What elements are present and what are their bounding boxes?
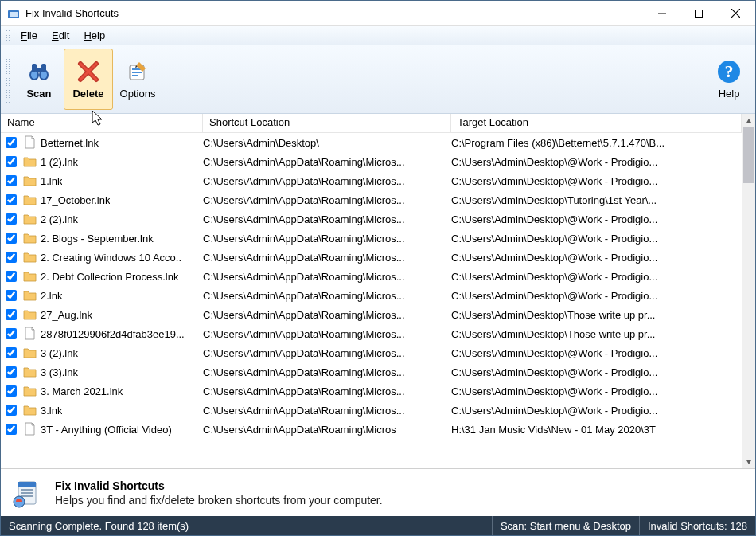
- table-row[interactable]: Betternet.lnkC:\Users\Admin\Desktop\C:\P…: [1, 133, 742, 152]
- column-name[interactable]: Name: [1, 114, 203, 132]
- row-location: C:\Users\Admin\AppData\Roaming\Micros...: [203, 194, 451, 206]
- row-checkbox[interactable]: [6, 385, 17, 397]
- row-target: C:\Users\Admin\Desktop\Tutoring\1st Year…: [451, 194, 737, 206]
- row-name: Betternet.lnk: [41, 137, 99, 149]
- scan-button[interactable]: Scan: [14, 49, 64, 110]
- row-target: C:\Users\Admin\Desktop\@Work - Prodigio.…: [451, 271, 737, 283]
- table-row[interactable]: 3T - Anything (Official Video)C:\Users\A…: [1, 420, 742, 439]
- row-target: C:\Users\Admin\Desktop\Those write up pr…: [451, 328, 737, 340]
- row-location: C:\Users\Admin\AppData\Roaming\Micros: [203, 424, 451, 436]
- help-button[interactable]: ? Help: [707, 49, 750, 110]
- status-invalid-count: Invalid Shortcuts: 128: [639, 516, 755, 535]
- options-button[interactable]: Options: [113, 49, 162, 110]
- status-left: Scanning Complete. Found 128 item(s): [1, 516, 197, 535]
- folder-icon: [23, 250, 37, 264]
- table-row[interactable]: 27_Aug.lnkC:\Users\Admin\AppData\Roaming…: [1, 305, 742, 324]
- row-checkbox[interactable]: [6, 252, 17, 263]
- scroll-up-button[interactable]: [742, 114, 755, 127]
- table-row[interactable]: 1 (2).lnkC:\Users\Admin\AppData\Roaming\…: [1, 152, 742, 171]
- row-location: C:\Users\Admin\AppData\Roaming\Micros...: [203, 156, 451, 168]
- row-checkbox[interactable]: [6, 233, 17, 244]
- row-checkbox[interactable]: [6, 328, 17, 339]
- options-icon: [125, 59, 150, 84]
- row-location: C:\Users\Admin\AppData\Roaming\Micros...: [203, 290, 451, 302]
- row-name: 27_Aug.lnk: [41, 309, 92, 321]
- scroll-down-button[interactable]: [742, 455, 755, 468]
- row-checkbox[interactable]: [6, 405, 17, 416]
- svg-point-8: [31, 71, 37, 79]
- row-checkbox[interactable]: [6, 366, 17, 378]
- menu-help[interactable]: Help: [77, 28, 111, 43]
- scroll-track[interactable]: [742, 127, 755, 455]
- row-name: 2878f0129906f2d4dfab3ee19...: [41, 328, 185, 340]
- row-checkbox[interactable]: [6, 271, 17, 282]
- scan-label: Scan: [26, 88, 51, 100]
- row-checkbox[interactable]: [6, 175, 17, 186]
- folder-icon: [23, 174, 37, 188]
- scroll-thumb[interactable]: [743, 127, 754, 183]
- row-checkbox[interactable]: [6, 347, 17, 358]
- svg-rect-11: [41, 64, 46, 72]
- row-checkbox[interactable]: [6, 213, 17, 225]
- menu-edit[interactable]: Edit: [45, 28, 76, 43]
- close-button[interactable]: [717, 2, 754, 25]
- row-checkbox[interactable]: [6, 194, 17, 205]
- svg-marker-19: [746, 119, 751, 123]
- svg-rect-24: [21, 492, 33, 494]
- table-row[interactable]: 1.lnkC:\Users\Admin\AppData\Roaming\Micr…: [1, 171, 742, 190]
- minimize-button[interactable]: [644, 2, 680, 25]
- row-name: 3T - Anything (Official Video): [41, 424, 172, 436]
- row-target: C:\Users\Admin\Desktop\@Work - Prodigio.…: [451, 366, 737, 378]
- delete-button[interactable]: Delete: [64, 49, 113, 110]
- row-name: 3.lnk: [41, 405, 62, 417]
- row-location: C:\Users\Admin\AppData\Roaming\Micros...: [203, 347, 451, 359]
- svg-rect-3: [696, 10, 703, 17]
- table-row[interactable]: 2. Blogs - September.lnkC:\Users\Admin\A…: [1, 229, 742, 248]
- row-location: C:\Users\Admin\AppData\Roaming\Micros...: [203, 213, 451, 225]
- vertical-scrollbar[interactable]: [742, 114, 755, 468]
- row-target: H:\31 Jan Music Vids\New - 01 May 2020\3…: [451, 424, 737, 436]
- row-location: C:\Users\Admin\AppData\Roaming\Micros...: [203, 405, 451, 417]
- folder-icon: [23, 288, 37, 303]
- table-row[interactable]: 17_October.lnkC:\Users\Admin\AppData\Roa…: [1, 190, 742, 209]
- row-checkbox[interactable]: [6, 309, 17, 320]
- info-title: Fix Invalid Shortcuts: [55, 479, 383, 492]
- row-name: 2. Creating Windows 10 Acco..: [41, 252, 181, 264]
- table-row[interactable]: 2. Creating Windows 10 Acco..C:\Users\Ad…: [1, 248, 742, 267]
- row-target: C:\Users\Admin\Desktop\@Work - Prodigio.…: [451, 405, 737, 417]
- folder-icon: [23, 212, 37, 226]
- folder-icon: [23, 346, 37, 360]
- table-row[interactable]: 2878f0129906f2d4dfab3ee19...C:\Users\Adm…: [1, 324, 742, 343]
- row-checkbox[interactable]: [6, 290, 17, 301]
- row-checkbox[interactable]: [6, 156, 17, 167]
- menu-file[interactable]: File: [14, 28, 44, 43]
- table-row[interactable]: 3 (2).lnkC:\Users\Admin\AppData\Roaming\…: [1, 343, 742, 362]
- column-target[interactable]: Target Location: [451, 114, 742, 132]
- table-row[interactable]: 3 (3).lnkC:\Users\Admin\AppData\Roaming\…: [1, 362, 742, 381]
- app-icon: [7, 7, 20, 20]
- maximize-button[interactable]: [680, 2, 717, 25]
- window-title: Fix Invalid Shortcuts: [25, 7, 119, 19]
- column-location[interactable]: Shortcut Location: [203, 114, 451, 132]
- folder-icon: [23, 384, 37, 398]
- svg-point-9: [41, 71, 47, 79]
- row-name: 1 (2).lnk: [41, 156, 78, 168]
- row-checkbox[interactable]: [6, 137, 17, 148]
- row-name: 3 (3).lnk: [41, 366, 78, 378]
- table-row[interactable]: 2.lnkC:\Users\Admin\AppData\Roaming\Micr…: [1, 286, 742, 305]
- statusbar: Scanning Complete. Found 128 item(s) Sca…: [1, 516, 755, 535]
- row-location: C:\Users\Admin\AppData\Roaming\Micros...: [203, 366, 451, 378]
- svg-rect-23: [21, 489, 33, 491]
- table-row[interactable]: 2. Debt Collection Process.lnkC:\Users\A…: [1, 267, 742, 286]
- row-checkbox[interactable]: [6, 424, 17, 435]
- toolbar: Scan Delete Options ?: [1, 45, 755, 114]
- folder-icon: [23, 231, 37, 245]
- table-row[interactable]: 3.lnkC:\Users\Admin\AppData\Roaming\Micr…: [1, 401, 742, 420]
- shortcut-list: Name Shortcut Location Target Location B…: [1, 114, 742, 468]
- table-row[interactable]: 2 (2).lnkC:\Users\Admin\AppData\Roaming\…: [1, 209, 742, 229]
- row-name: 17_October.lnk: [41, 194, 110, 206]
- svg-rect-1: [10, 12, 18, 17]
- row-target: C:\Users\Admin\Desktop\@Work - Prodigio.…: [451, 347, 737, 359]
- row-location: C:\Users\Admin\AppData\Roaming\Micros...: [203, 385, 451, 397]
- table-row[interactable]: 3. March 2021.lnkC:\Users\Admin\AppData\…: [1, 381, 742, 401]
